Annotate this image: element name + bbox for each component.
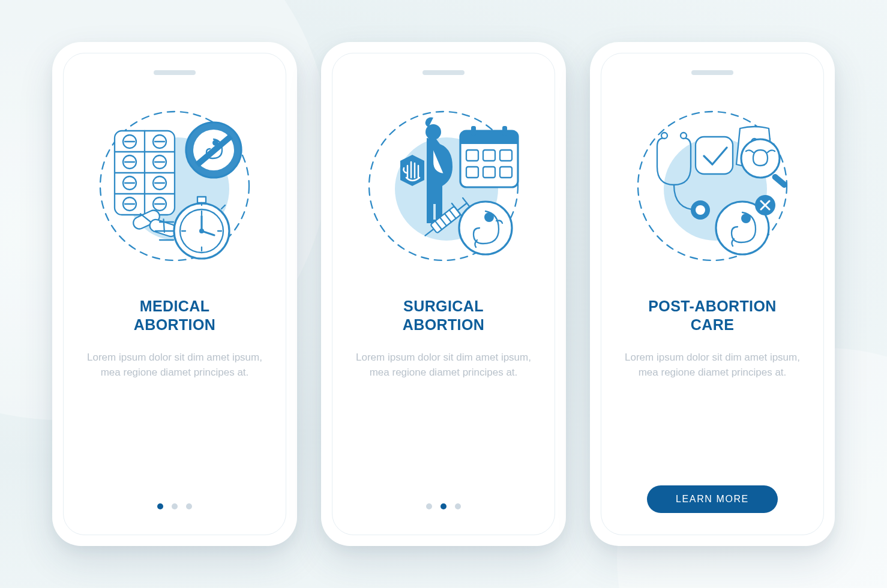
svg-rect-53 [460,138,518,144]
svg-rect-48 [427,204,433,221]
phone-screen: MEDICAL ABORTION Lorem ipsum dolor sit d… [63,53,286,535]
phone-screen: SURGICAL ABORTION Lorem ipsum dolor sit … [332,53,555,535]
onboarding-phone-row: MEDICAL ABORTION Lorem ipsum dolor sit d… [52,42,835,546]
phone-speaker [154,70,196,75]
svg-rect-32 [197,197,206,203]
svg-point-37 [199,229,204,233]
svg-point-84 [741,214,751,223]
medical-abortion-icon [91,99,259,273]
phone-screen: POST-ABORTION CARE Lorem ipsum dolor sit… [601,53,824,535]
pager-dot-3[interactable] [455,503,461,509]
svg-point-78 [696,205,705,215]
svg-point-75 [661,133,667,139]
svg-point-81 [741,139,780,178]
screen-description: Lorem ipsum dolor sit dim amet ipsum, me… [622,350,802,380]
screen-title: MEDICAL ABORTION [134,297,216,334]
pager-dot-2[interactable] [440,503,447,509]
learn-more-button[interactable]: LEARN MORE [647,485,778,513]
svg-point-76 [681,133,687,139]
pager-dot-1[interactable] [426,503,432,509]
pager-dot-1[interactable] [157,503,163,509]
pager-dot-3[interactable] [186,503,192,509]
pager-dots [426,503,461,509]
svg-point-71 [459,202,512,254]
surgical-abortion-icon [359,99,528,273]
svg-rect-54 [471,126,476,136]
post-abortion-care-icon [628,99,796,273]
phone-surgical: SURGICAL ABORTION Lorem ipsum dolor sit … [321,42,566,546]
svg-rect-55 [502,126,507,136]
screen-description: Lorem ipsum dolor sit dim amet ipsum, me… [85,350,265,380]
phone-postcare: POST-ABORTION CARE Lorem ipsum dolor sit… [590,42,835,546]
screen-title: SURGICAL ABORTION [403,297,485,334]
svg-point-72 [484,212,494,222]
phone-speaker [691,70,733,75]
phone-speaker [422,70,465,75]
screen-title: POST-ABORTION CARE [648,297,777,334]
svg-rect-79 [696,137,733,174]
pager-dots [157,503,192,509]
phone-medical: MEDICAL ABORTION Lorem ipsum dolor sit d… [52,42,297,546]
pager-dot-2[interactable] [172,503,178,509]
screen-description: Lorem ipsum dolor sit dim amet ipsum, me… [353,350,534,380]
